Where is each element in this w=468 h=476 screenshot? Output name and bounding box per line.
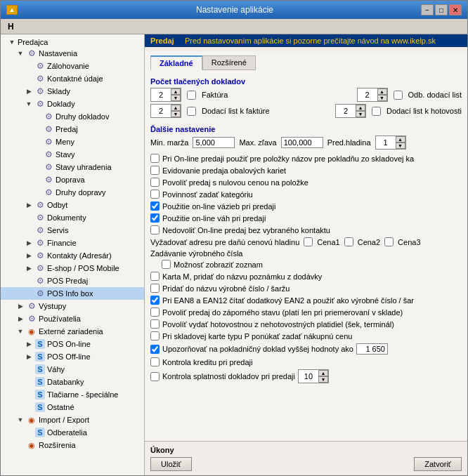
sidebar-item-doklady[interactable]: ▼ ⚙ Doklady (1, 98, 144, 110)
sidebar-item-zalohovanie[interactable]: ⚙ Zálohovanie (1, 60, 144, 72)
sidebar-item-eshop[interactable]: ▶ ⚙ E-shop / POS Mobile (1, 262, 144, 275)
moznost-checkbox[interactable] (162, 260, 171, 269)
faktura-checkbox[interactable] (187, 91, 196, 100)
dodaci-hoto-spin-up[interactable]: ▲ (356, 105, 365, 111)
cb10-label: Pri EAN8 a EAN12 čítať dodatkový EAN2 a … (162, 296, 414, 305)
cb16-spin-up[interactable]: ▲ (318, 370, 328, 376)
sidebar-item-stavy[interactable]: ⚙ Stavy (1, 148, 144, 161)
cena1-checkbox[interactable] (304, 237, 313, 246)
sidebar-item-meny[interactable]: ⚙ Meny (1, 135, 144, 148)
faktura-spin-down[interactable]: ▼ (171, 95, 181, 101)
odb-spin-down[interactable]: ▼ (377, 95, 387, 101)
sidebar-item-doprava[interactable]: ⚙ Doprava (1, 173, 144, 186)
dodaci-hoto-spin-down[interactable]: ▼ (356, 111, 365, 117)
close-button-footer[interactable]: Zatvoriť (414, 457, 462, 471)
dodaci-faktura-checkbox[interactable] (187, 107, 196, 116)
cb8-checkbox[interactable] (150, 272, 160, 281)
sidebar-item-pouzivatelia[interactable]: ▶ ⚙ Používatelia (1, 312, 144, 325)
cb12-checkbox[interactable] (150, 319, 160, 329)
dodaci-faktura-spin-up[interactable]: ▲ (171, 105, 181, 111)
dodaci-faktura-spin-down[interactable]: ▼ (171, 111, 181, 117)
sidebar-item-nastavenia[interactable]: ▼ ⚙ Nastavenia (1, 47, 144, 60)
sidebar-item-import-export[interactable]: ▼ ◉ Import / Export (1, 414, 144, 426)
cb16-spin-down[interactable]: ▼ (318, 376, 328, 383)
cb2-checkbox[interactable] (150, 166, 160, 175)
sidebar-item-tlačiarne[interactable]: S Tlačiarne - špeciálne (1, 388, 144, 401)
cb14-value-input[interactable] (356, 343, 388, 355)
cena3-label: Cena3 (398, 238, 420, 246)
faktura-input[interactable] (151, 90, 171, 100)
cb4-checkbox[interactable] (150, 190, 160, 199)
sidebar-item-odberatelia[interactable]: S Odberatelia (1, 426, 144, 439)
sidebar-item-kontaktne[interactable]: ⚙ Kontaktné údaje (1, 72, 144, 85)
faktura-spin-up[interactable]: ▲ (171, 88, 181, 95)
sidebar-item-dokumenty[interactable]: ⚙ Dokumenty (1, 211, 144, 224)
cb10-checkbox[interactable] (150, 296, 160, 305)
sidebar-item-pos-predaj[interactable]: ⚙ POS Predaj (1, 275, 144, 287)
arrow-pouzivatelia: ▶ (15, 315, 26, 322)
save-button[interactable]: Uložiť (150, 457, 192, 471)
dodaci-hotovost-input[interactable] (336, 106, 356, 116)
sidebar-item-vystupy[interactable]: ▶ ⚙ Výstupy (1, 300, 144, 312)
cb5-checkbox[interactable] (150, 201, 160, 211)
close-button[interactable]: ✕ (449, 4, 462, 15)
sidebar-item-ostatne[interactable]: S Ostatné (1, 401, 144, 414)
sidebar-item-pos-info-box[interactable]: ⚙ POS Info box (1, 287, 144, 300)
cb3-checkbox[interactable] (150, 178, 160, 187)
dodaci-faktura-input[interactable] (151, 106, 171, 116)
check-row-cb1: Pri On-line predaji použiť pre položky n… (150, 154, 462, 163)
tab-basic[interactable]: Základné (150, 55, 202, 70)
cb13-checkbox[interactable] (150, 331, 160, 341)
cb7-checkbox[interactable] (150, 225, 160, 234)
sidebar-item-pos-offline[interactable]: ▶ S POS Off-line (1, 350, 144, 363)
cb16-checkbox[interactable] (150, 372, 160, 381)
minimize-button[interactable]: − (421, 4, 434, 15)
cb15-checkbox[interactable] (150, 357, 160, 366)
pred-hladina-down[interactable]: ▼ (396, 143, 405, 149)
cena3-checkbox[interactable] (384, 237, 394, 246)
sidebar-item-financie[interactable]: ▶ ⚙ Financie (1, 237, 144, 249)
min-marza-input[interactable] (193, 137, 235, 148)
cena2-checkbox[interactable] (344, 237, 353, 246)
pred-hladina-up[interactable]: ▲ (396, 136, 405, 143)
cb16-spinner-input[interactable] (299, 371, 318, 381)
sidebar-item-druhy-dokladov[interactable]: ⚙ Druhy dokladov (1, 110, 144, 123)
cb9-checkbox[interactable] (150, 284, 160, 293)
cb16-spinner[interactable]: ▲ ▼ (298, 369, 329, 383)
dodaci-hotovost-spinner[interactable]: ▲ ▼ (335, 104, 366, 118)
dodaci-hotovost-checkbox[interactable] (372, 107, 381, 116)
cb14-checkbox[interactable] (150, 345, 160, 354)
faktura-spinner[interactable]: ▲ ▼ (150, 88, 181, 102)
odb-dodaci-input[interactable] (358, 90, 377, 100)
arrow-externe: ▼ (15, 328, 26, 335)
sidebar-item-databanky[interactable]: S Databanky (1, 376, 144, 388)
dodaci-faktura-spinner[interactable]: ▲ ▼ (150, 104, 181, 118)
sidebar-item-rozsirenia[interactable]: ◉ Rozšírenia (1, 439, 144, 451)
max-zlava-input[interactable] (281, 137, 323, 148)
tab-advanced[interactable]: Rozšírené (202, 55, 256, 70)
sidebar-item-servis[interactable]: ⚙ Servis (1, 224, 144, 237)
odb-dodaci-spinner[interactable]: ▲ ▼ (357, 88, 388, 102)
cb6-checkbox[interactable] (150, 213, 160, 223)
sidebar-item-predajca[interactable]: ▼ Predajca (1, 37, 144, 47)
cena2-label: Cena2 (358, 238, 380, 246)
cb11-checkbox[interactable] (150, 308, 160, 317)
sidebar-item-sklady[interactable]: ▶ ⚙ Sklady (1, 85, 144, 98)
maximize-button[interactable]: □ (435, 4, 448, 15)
sidebar-item-externe[interactable]: ▼ ◉ Externé zariadenia (1, 325, 144, 338)
sidebar-item-odbyt[interactable]: ▶ ⚙ Odbyt (1, 199, 144, 211)
sidebar-item-druhy-dopravy[interactable]: ⚙ Druhy dopravy (1, 186, 144, 199)
sidebar-item-stavy-uhradenia[interactable]: ⚙ Stavy uhradenia (1, 161, 144, 173)
pred-hladina-spinner[interactable]: ▲ ▼ (375, 135, 406, 150)
pred-hladina-input[interactable] (376, 138, 396, 147)
odb-spin-up[interactable]: ▲ (377, 88, 387, 95)
sidebar-item-vahy[interactable]: S Váhy (1, 363, 144, 376)
label-servis: Servis (47, 226, 69, 234)
sidebar-item-pos-online[interactable]: ▶ S POS On-line (1, 338, 144, 350)
cb7-label: Nedovoliť On-line predaj bez vybraného k… (162, 226, 330, 234)
gear-icon-stavy: ⚙ (43, 149, 54, 160)
cb1-checkbox[interactable] (150, 154, 160, 163)
sidebar-item-predaj[interactable]: ⚙ Predaj (1, 123, 144, 135)
sidebar-item-kontakty[interactable]: ▶ ⚙ Kontakty (Adresár) (1, 249, 144, 262)
odb-dodaci-checkbox[interactable] (394, 91, 403, 100)
